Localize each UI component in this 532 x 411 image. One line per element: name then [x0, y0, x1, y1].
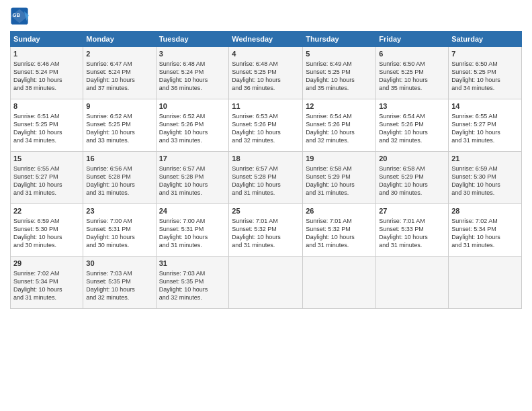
day-info: Sunrise: 6:50 AM [379, 60, 445, 68]
day-info: Sunrise: 6:52 AM [159, 112, 226, 120]
day-info: Sunset: 5:27 PM [451, 120, 519, 128]
day-info: Sunrise: 7:01 AM [232, 217, 300, 225]
day-info: and 31 minutes. [232, 189, 300, 197]
col-tuesday: Tuesday [156, 32, 229, 47]
day-info: and 35 minutes. [306, 84, 373, 92]
day-info: Sunrise: 7:02 AM [13, 269, 80, 277]
day-info: Sunset: 5:24 PM [159, 68, 226, 76]
day-info: Sunrise: 6:57 AM [232, 165, 300, 173]
day-info: and 36 minutes. [159, 84, 226, 92]
day-info: and 32 minutes. [232, 136, 300, 144]
day-number: 21 [451, 154, 519, 164]
day-info: and 31 minutes. [159, 241, 226, 249]
day-number: 11 [232, 101, 300, 111]
day-info: Daylight: 10 hours [379, 181, 445, 189]
day-info: Daylight: 10 hours [86, 233, 152, 241]
table-cell: 25Sunrise: 7:01 AMSunset: 5:32 PMDayligh… [229, 204, 303, 257]
day-info: Daylight: 10 hours [13, 128, 80, 136]
day-info: Daylight: 10 hours [379, 128, 445, 136]
day-number: 15 [13, 154, 80, 164]
day-number: 1 [13, 49, 80, 59]
day-info: Daylight: 10 hours [13, 233, 80, 241]
day-info: and 34 minutes. [13, 136, 80, 144]
day-number: 18 [232, 154, 300, 164]
table-cell: 8Sunrise: 6:51 AMSunset: 5:25 PMDaylight… [11, 99, 83, 152]
day-number: 20 [379, 154, 445, 164]
table-cell [303, 257, 376, 309]
day-info: Sunset: 5:26 PM [379, 120, 445, 128]
day-number: 16 [86, 154, 152, 164]
day-info: Sunrise: 6:48 AM [232, 60, 300, 68]
day-info: Daylight: 10 hours [232, 76, 300, 84]
day-info: Daylight: 10 hours [232, 181, 300, 189]
day-info: Sunset: 5:25 PM [86, 120, 152, 128]
day-info: Daylight: 10 hours [379, 76, 445, 84]
day-info: Sunset: 5:32 PM [232, 225, 300, 233]
day-info: Sunrise: 7:00 AM [86, 217, 152, 225]
day-info: Sunset: 5:34 PM [451, 225, 519, 233]
day-number: 24 [159, 206, 226, 216]
day-number: 3 [159, 49, 226, 59]
day-info: Daylight: 10 hours [159, 76, 226, 84]
day-number: 8 [13, 101, 80, 111]
day-number: 6 [379, 49, 445, 59]
table-cell: 1Sunrise: 6:46 AMSunset: 5:24 PMDaylight… [11, 47, 83, 99]
day-info: and 31 minutes. [86, 189, 152, 197]
day-number: 27 [379, 206, 445, 216]
day-info: Sunrise: 7:00 AM [159, 217, 226, 225]
day-info: Daylight: 10 hours [86, 128, 152, 136]
day-info: and 34 minutes. [451, 84, 519, 92]
day-info: and 33 minutes. [86, 136, 152, 144]
day-info: Sunset: 5:25 PM [13, 120, 80, 128]
day-info: Daylight: 10 hours [159, 233, 226, 241]
day-info: Sunrise: 6:51 AM [13, 112, 80, 120]
day-info: and 30 minutes. [379, 189, 445, 197]
day-number: 14 [451, 101, 519, 111]
day-number: 30 [86, 259, 152, 269]
day-info: Sunset: 5:25 PM [232, 68, 300, 76]
day-number: 10 [159, 101, 226, 111]
day-number: 25 [232, 206, 300, 216]
day-number: 28 [451, 206, 519, 216]
day-info: Daylight: 10 hours [306, 181, 373, 189]
day-info: Sunrise: 6:47 AM [86, 60, 152, 68]
day-info: Sunset: 5:35 PM [159, 277, 226, 285]
day-info: Daylight: 10 hours [159, 128, 226, 136]
day-info: Sunrise: 6:53 AM [232, 112, 300, 120]
day-info: and 31 minutes. [379, 241, 445, 249]
table-cell: 14Sunrise: 6:55 AMSunset: 5:27 PMDayligh… [449, 99, 522, 152]
day-info: Daylight: 10 hours [13, 181, 80, 189]
day-info: Sunrise: 7:01 AM [306, 217, 373, 225]
day-info: and 31 minutes. [451, 136, 519, 144]
day-info: and 30 minutes. [451, 189, 519, 197]
col-friday: Friday [376, 32, 449, 47]
day-info: Sunset: 5:35 PM [86, 277, 152, 285]
col-wednesday: Wednesday [229, 32, 303, 47]
day-info: Sunrise: 6:55 AM [451, 112, 519, 120]
table-cell: 28Sunrise: 7:02 AMSunset: 5:34 PMDayligh… [449, 204, 522, 257]
day-info: and 36 minutes. [232, 84, 300, 92]
day-info: Daylight: 10 hours [306, 233, 373, 241]
day-info: Sunset: 5:26 PM [306, 120, 373, 128]
day-info: Daylight: 10 hours [159, 181, 226, 189]
day-info: and 32 minutes. [159, 293, 226, 302]
day-info: Sunrise: 6:49 AM [306, 60, 373, 68]
day-info: Sunset: 5:29 PM [379, 173, 445, 181]
day-number: 5 [306, 49, 373, 59]
day-info: Sunset: 5:24 PM [86, 68, 152, 76]
day-info: and 31 minutes. [306, 241, 373, 249]
table-cell: 22Sunrise: 6:59 AMSunset: 5:30 PMDayligh… [11, 204, 83, 257]
day-info: and 32 minutes. [86, 293, 152, 302]
svg-text:GB: GB [13, 12, 21, 18]
calendar-header-row: Sunday Monday Tuesday Wednesday Thursday… [11, 32, 522, 47]
table-cell [449, 257, 522, 309]
table-cell: 7Sunrise: 6:50 AMSunset: 5:25 PMDaylight… [449, 47, 522, 99]
day-number: 26 [306, 206, 373, 216]
day-info: Daylight: 10 hours [306, 76, 373, 84]
day-info: Sunset: 5:25 PM [306, 68, 373, 76]
calendar-week-row: 1Sunrise: 6:46 AMSunset: 5:24 PMDaylight… [11, 47, 522, 99]
day-info: Daylight: 10 hours [13, 76, 80, 84]
table-cell: 6Sunrise: 6:50 AMSunset: 5:25 PMDaylight… [376, 47, 449, 99]
day-info: Daylight: 10 hours [232, 128, 300, 136]
day-info: Sunset: 5:32 PM [306, 225, 373, 233]
